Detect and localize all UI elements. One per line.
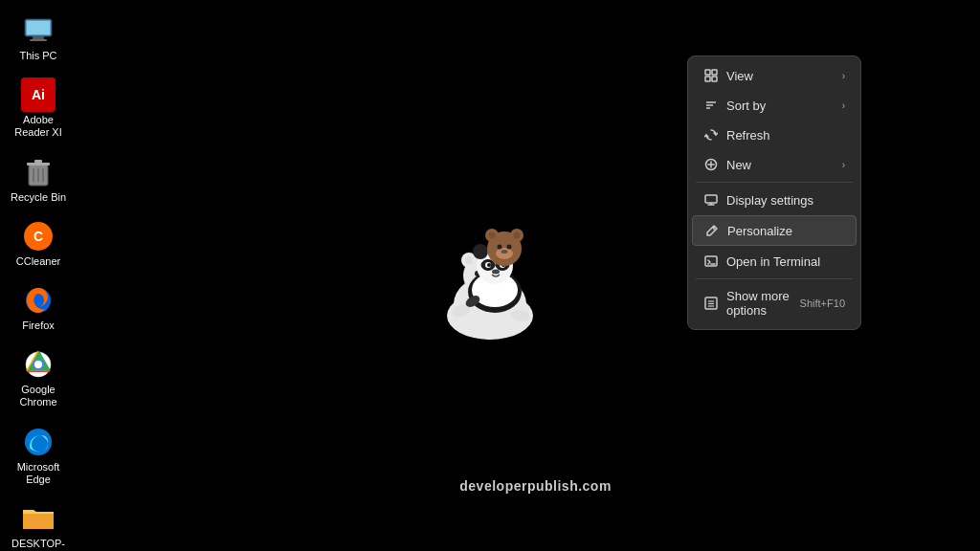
menu-item-open-terminal[interactable]: Open in Terminal: [692, 247, 857, 276]
new-arrow: ›: [842, 160, 845, 170]
svg-point-36: [473, 244, 488, 259]
menu-item-sort-by[interactable]: Sort by ›: [692, 91, 857, 120]
svg-point-44: [492, 270, 500, 275]
icon-adobe-reader[interactable]: Ai AdobeReader XI: [5, 74, 72, 143]
menu-item-display-settings[interactable]: Display settings: [692, 186, 857, 214]
sort-by-arrow: ›: [842, 100, 845, 111]
context-menu: View › Sort by › Refresh: [687, 55, 861, 330]
icon-label-this-pc: This PC: [19, 50, 56, 62]
svg-point-55: [501, 250, 508, 253]
menu-label-display-settings: Display settings: [726, 193, 845, 208]
ccleaner-icon: C: [21, 219, 56, 253]
menu-item-new[interactable]: New ›: [692, 150, 857, 179]
menu-divider-1: [696, 182, 853, 183]
icon-label-recycle: Recycle Bin: [11, 191, 66, 204]
svg-point-53: [498, 245, 502, 250]
edge-icon: [21, 425, 56, 459]
menu-label-sort-by: Sort by: [726, 99, 835, 113]
svg-point-54: [507, 245, 512, 250]
new-icon: [703, 157, 719, 172]
show-more-shortcut: Shift+F10: [800, 298, 845, 309]
desktop-icons: This PC Ai AdobeReader XI Recycle Bin C …: [0, 0, 77, 551]
svg-point-27: [465, 256, 473, 264]
view-icon: [703, 68, 719, 83]
menu-item-show-more[interactable]: Show more options Shift+F10: [692, 282, 857, 324]
adobe-reader-icon: Ai: [21, 77, 56, 112]
svg-rect-1: [27, 21, 50, 34]
watermark: developerpublish.com: [459, 478, 612, 494]
icon-firefox[interactable]: Firefox: [5, 279, 72, 336]
bears-illustration: [413, 191, 567, 344]
svg-rect-5: [27, 163, 50, 165]
icon-label-desktop: DESKTOP-B...: [9, 538, 68, 551]
svg-point-51: [514, 232, 521, 239]
menu-label-personalize: Personalize: [727, 224, 844, 238]
view-arrow: ›: [842, 71, 845, 81]
svg-point-50: [489, 232, 496, 239]
svg-point-15: [34, 361, 42, 368]
display-settings-icon: [703, 192, 719, 208]
terminal-icon: [703, 253, 719, 269]
icon-microsoft-edge[interactable]: MicrosoftEdge: [5, 421, 72, 490]
icon-ccleaner[interactable]: C CCleaner: [5, 215, 72, 272]
menu-label-show-more: Show more options: [726, 289, 792, 318]
svg-rect-60: [712, 70, 717, 75]
sort-by-icon: [703, 98, 719, 113]
icon-label-edge: MicrosoftEdge: [17, 461, 60, 486]
menu-item-view[interactable]: View ›: [692, 61, 857, 90]
icon-recycle-bin[interactable]: Recycle Bin: [5, 151, 72, 208]
icon-label-chrome: GoogleChrome: [19, 384, 56, 408]
svg-rect-59: [705, 70, 710, 75]
menu-item-refresh[interactable]: Refresh: [692, 121, 857, 149]
menu-item-personalize[interactable]: Personalize: [692, 215, 857, 246]
svg-point-42: [487, 263, 491, 267]
icon-google-chrome[interactable]: GoogleChrome: [5, 343, 72, 412]
personalize-icon: [704, 223, 720, 238]
svg-rect-69: [705, 195, 717, 203]
svg-rect-62: [712, 77, 717, 81]
recycle-bin-icon: [21, 155, 56, 189]
svg-rect-3: [30, 39, 47, 41]
menu-divider-2: [696, 278, 853, 279]
chrome-icon: [21, 347, 56, 382]
icon-desktop-folder[interactable]: DESKTOP-B...: [5, 497, 72, 551]
svg-rect-61: [705, 77, 710, 81]
icon-this-pc[interactable]: This PC: [5, 10, 72, 66]
icon-label-firefox: Firefox: [22, 320, 55, 332]
refresh-icon: [703, 127, 719, 143]
menu-label-view: View: [726, 69, 835, 83]
icon-label-ccleaner: CCleaner: [16, 255, 60, 268]
show-more-icon: [703, 296, 719, 311]
svg-text:C: C: [33, 229, 43, 244]
desktop-folder-icon: [21, 501, 56, 536]
icon-label-adobe: AdobeReader XI: [14, 114, 62, 139]
this-pc-icon: [21, 13, 56, 48]
menu-label-new: New: [726, 158, 835, 172]
firefox-icon: [21, 283, 56, 318]
svg-rect-6: [34, 160, 42, 163]
menu-label-refresh: Refresh: [726, 128, 845, 143]
svg-rect-2: [33, 36, 44, 39]
menu-label-terminal: Open in Terminal: [726, 254, 845, 269]
